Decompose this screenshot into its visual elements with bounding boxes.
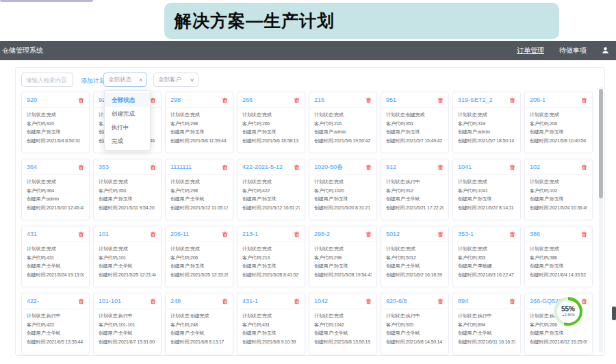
plan-title-link[interactable]: 422- (27, 298, 39, 304)
plan-card: 1042计划状态:完成客户代码:1042创建用户:仝学斌创建时间:2021/6/… (309, 293, 377, 354)
plan-card: 5012计划状态:完成客户代码:5012创建用户:仝学斌创建时间:2021/6/… (381, 226, 449, 287)
customer-code-line: 客户代码:422 (27, 321, 84, 330)
plan-title-link[interactable]: 951 (386, 96, 396, 103)
delete-icon[interactable] (222, 164, 228, 170)
plan-card: 1020-50春计划状态:完成客户代码:1020创建用户:孙玉珠创建时间:202… (309, 159, 377, 220)
delete-icon[interactable] (365, 97, 372, 103)
plan-title-link[interactable]: 1020-50春 (314, 163, 343, 172)
delete-icon[interactable] (581, 97, 587, 103)
delete-icon[interactable] (437, 164, 444, 170)
delete-icon[interactable] (581, 164, 587, 170)
plan-title-link[interactable]: 206-1 (530, 96, 546, 103)
delete-icon[interactable] (509, 231, 515, 237)
delete-icon[interactable] (150, 231, 156, 237)
plan-title-link[interactable]: 101-101 (99, 298, 121, 304)
plan-title-link[interactable]: 364 (27, 164, 37, 170)
delete-icon[interactable] (365, 164, 372, 170)
plan-title-link[interactable]: 422-2021-5-12 (242, 164, 283, 170)
delete-icon[interactable] (437, 298, 444, 304)
plan-title-link[interactable]: 248 (170, 298, 181, 304)
plan-title-link[interactable]: 1041 (458, 164, 472, 170)
plan-title-link[interactable]: 431 (27, 231, 37, 237)
customer-code-line: 客户代码:319 (458, 120, 515, 129)
delete-icon[interactable] (78, 298, 84, 304)
delete-icon[interactable] (294, 298, 300, 304)
status-option-finished[interactable]: 完成 (105, 134, 150, 148)
status-option-executing[interactable]: 执行中 (105, 120, 150, 134)
delete-icon[interactable] (437, 231, 444, 237)
plan-title-link[interactable]: 431-1 (242, 298, 258, 304)
delete-icon[interactable] (78, 164, 84, 170)
plan-title-link[interactable]: 1042 (314, 298, 328, 304)
delete-icon[interactable] (294, 231, 300, 237)
plan-title-link[interactable]: 1111111 (170, 164, 192, 170)
delete-icon[interactable] (509, 298, 515, 304)
plan-card-header: 216 (309, 92, 376, 108)
delete-icon[interactable] (581, 231, 587, 237)
plan-title-link[interactable]: 353-1 (458, 231, 474, 237)
delete-icon[interactable] (150, 298, 156, 304)
status-option-created[interactable]: 创建完成 (105, 107, 150, 120)
plan-title-link[interactable]: 298 (170, 96, 181, 103)
user-menu-button[interactable] (602, 44, 609, 57)
progress-delta: ▲2.3K% (561, 313, 574, 317)
plan-title-link[interactable]: 894 (458, 298, 468, 304)
delete-icon[interactable] (294, 97, 300, 103)
panel-scrollbar[interactable] (599, 87, 603, 352)
status-select[interactable]: 全部状态 ∧ (103, 73, 147, 87)
delete-icon[interactable] (581, 298, 587, 304)
nav-todo-items[interactable]: 待做事项 (559, 46, 587, 55)
panel-scrollbar-thumb[interactable] (599, 89, 603, 198)
top-accent-bar (0, 0, 93, 2)
plan-card: 266计划状态:完成客户代码:266创建用户:孙玉珠创建时间:2021/5/6 … (237, 92, 305, 153)
delete-icon[interactable] (78, 231, 84, 237)
delete-icon[interactable] (222, 298, 228, 304)
plan-title-link[interactable]: 353 (99, 164, 109, 170)
created-user-line: 创建用户:仝学斌 (27, 329, 84, 338)
plan-title-link[interactable]: 216 (314, 96, 324, 103)
delete-icon[interactable] (78, 97, 84, 103)
plan-title-link[interactable]: 912 (386, 164, 396, 170)
delete-icon[interactable] (222, 97, 228, 103)
add-plan-button[interactable]: 添加计划 (81, 77, 105, 86)
customer-code-line: 客户代码:920 (27, 120, 84, 129)
plan-title-link[interactable]: 5012 (386, 231, 400, 237)
delete-icon[interactable] (150, 97, 156, 103)
delete-icon[interactable] (509, 164, 515, 170)
plan-title-link[interactable]: 298-2 (314, 231, 330, 237)
plan-title-link[interactable]: 920 (27, 96, 37, 103)
plan-title-link[interactable]: 266 (242, 96, 253, 103)
customer-code-line: 客户代码:894 (458, 321, 515, 330)
plan-status-line: 计划状态:完成 (530, 178, 587, 187)
customer-code-line: 客户代码:951 (386, 120, 444, 129)
created-time-line: 创建时间:2021/5/12 16:51:27 (242, 204, 300, 213)
plan-card: 386计划状态:完成客户代码:386创建用户:孙玉珠创建时间:2021/6/4 … (524, 226, 593, 287)
customer-code-line: 客户代码:102 (530, 187, 587, 196)
plan-title-link[interactable]: 102 (530, 164, 540, 170)
plan-title-link[interactable]: 319-SET2_2 (458, 96, 493, 103)
delete-icon[interactable] (437, 97, 444, 103)
status-option-all[interactable]: 全部状态 (105, 93, 150, 107)
plan-status-line: 计划状态:完成 (27, 178, 84, 187)
delete-icon[interactable] (222, 231, 228, 237)
nav-order-management[interactable]: 订单管理 (517, 46, 544, 55)
plan-card: 206-11计划状态:完成客户代码:206创建用户:孙玉珠创建时间:2021/5… (165, 226, 233, 287)
plan-title-link[interactable]: 101 (99, 231, 109, 237)
plan-title-link[interactable]: 386 (530, 231, 540, 237)
plan-status-line: 计划状态:完成 (314, 245, 372, 254)
plan-card-body: 计划状态:执行中客户代码:422创建用户:仝学斌创建时间:2021/6/5 13… (22, 309, 89, 347)
plan-title-link[interactable]: 920-6/8 (386, 298, 407, 304)
plan-status-line: 计划状态:完成 (99, 245, 156, 254)
plan-title-link[interactable]: 213-1 (242, 231, 258, 237)
page-scrollbar-thumb[interactable] (612, 307, 616, 320)
delete-icon[interactable] (294, 164, 300, 170)
delete-icon[interactable] (150, 164, 156, 170)
delete-icon[interactable] (509, 97, 515, 103)
search-input[interactable] (21, 73, 73, 87)
plan-title-link[interactable]: 206-11 (170, 231, 189, 237)
delete-icon[interactable] (365, 231, 372, 237)
customer-code-line: 客户代码:213 (242, 254, 300, 263)
customer-select[interactable]: 全部客户 ∨ (153, 73, 198, 87)
created-user-line: 创建用户:admin (458, 128, 515, 137)
delete-icon[interactable] (365, 298, 372, 304)
